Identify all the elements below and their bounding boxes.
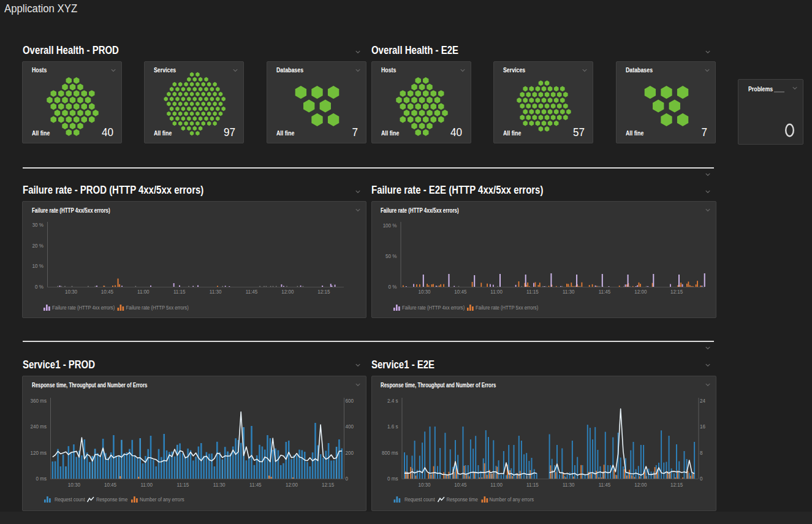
svg-text:10:30: 10:30: [418, 482, 431, 488]
svg-text:0 %: 0 %: [388, 284, 397, 290]
svg-text:16: 16: [700, 423, 705, 430]
svg-text:11:30: 11:30: [213, 482, 226, 488]
svg-text:240 ms: 240 ms: [31, 423, 47, 430]
svg-text:Number of any errors: Number of any errors: [140, 496, 184, 503]
svg-text:10:30: 10:30: [418, 289, 431, 295]
svg-text:400: 400: [346, 423, 354, 430]
svg-text:100 %: 100 %: [382, 222, 397, 229]
svg-text:11:45: 11:45: [598, 482, 610, 488]
svg-text:600: 600: [346, 398, 354, 404]
svg-text:10:30: 10:30: [65, 289, 78, 295]
svg-text:10:45: 10:45: [104, 482, 117, 488]
svg-text:12:15: 12:15: [322, 482, 335, 488]
svg-text:50 %: 50 %: [385, 253, 397, 259]
svg-text:12:00: 12:00: [634, 482, 647, 488]
svg-text:0 ms: 0 ms: [36, 476, 47, 482]
svg-text:11:45: 11:45: [249, 482, 262, 488]
svg-text:11:00: 11:00: [490, 289, 503, 295]
svg-text:12:15: 12:15: [670, 482, 683, 488]
svg-text:800 ms: 800 ms: [382, 449, 398, 455]
svg-text:Number of any errors: Number of any errors: [489, 496, 534, 503]
svg-text:Response time: Response time: [96, 496, 127, 503]
svg-text:10:45: 10:45: [454, 289, 467, 295]
svg-text:11:45: 11:45: [246, 289, 258, 295]
svg-text:12:00: 12:00: [281, 289, 294, 295]
svg-text:0: 0: [346, 476, 349, 482]
svg-text:200: 200: [346, 449, 354, 455]
svg-text:0: 0: [700, 476, 703, 482]
svg-text:11:45: 11:45: [598, 289, 610, 295]
svg-text:30 %: 30 %: [32, 222, 44, 228]
svg-text:Failure rate (HTTP 4xx errors): Failure rate (HTTP 4xx errors): [52, 304, 115, 311]
svg-text:360 ms: 360 ms: [31, 398, 47, 404]
svg-text:11:00: 11:00: [140, 482, 153, 488]
svg-text:8: 8: [700, 449, 703, 455]
svg-text:11:15: 11:15: [526, 482, 539, 488]
svg-text:Failure rate (HTTP 4xx errors): Failure rate (HTTP 4xx errors): [402, 304, 465, 311]
svg-text:120 ms: 120 ms: [31, 449, 47, 455]
svg-text:11:15: 11:15: [526, 289, 539, 295]
svg-text:0 ms: 0 ms: [387, 476, 398, 482]
svg-text:12:00: 12:00: [634, 289, 647, 295]
svg-text:11:15: 11:15: [177, 482, 189, 488]
svg-text:10:45: 10:45: [454, 482, 467, 488]
svg-text:11:30: 11:30: [562, 289, 574, 295]
svg-text:11:30: 11:30: [562, 482, 574, 488]
svg-text:10:45: 10:45: [101, 289, 114, 295]
svg-text:12:15: 12:15: [317, 289, 330, 295]
svg-text:Failure rate (HTTP 5xx errors): Failure rate (HTTP 5xx errors): [476, 304, 538, 311]
svg-text:11:30: 11:30: [210, 289, 222, 295]
svg-text:24: 24: [700, 398, 705, 404]
svg-text:20 %: 20 %: [32, 242, 44, 248]
svg-text:Request count: Request count: [55, 496, 85, 503]
svg-text:11:15: 11:15: [173, 289, 186, 295]
svg-text:12:15: 12:15: [670, 289, 683, 295]
svg-text:11:00: 11:00: [137, 289, 150, 295]
svg-text:0 %: 0 %: [35, 284, 44, 290]
svg-text:10 %: 10 %: [32, 263, 44, 269]
svg-text:1.6 s: 1.6 s: [387, 423, 398, 430]
svg-text:12:00: 12:00: [286, 482, 298, 488]
svg-text:11:00: 11:00: [490, 482, 503, 488]
svg-text:Failure rate (HTTP 5xx errors): Failure rate (HTTP 5xx errors): [126, 304, 189, 311]
svg-text:Response time: Response time: [446, 496, 477, 503]
svg-text:Request count: Request count: [404, 496, 435, 503]
svg-text:2.4 s: 2.4 s: [387, 398, 398, 404]
svg-text:10:30: 10:30: [68, 482, 81, 488]
